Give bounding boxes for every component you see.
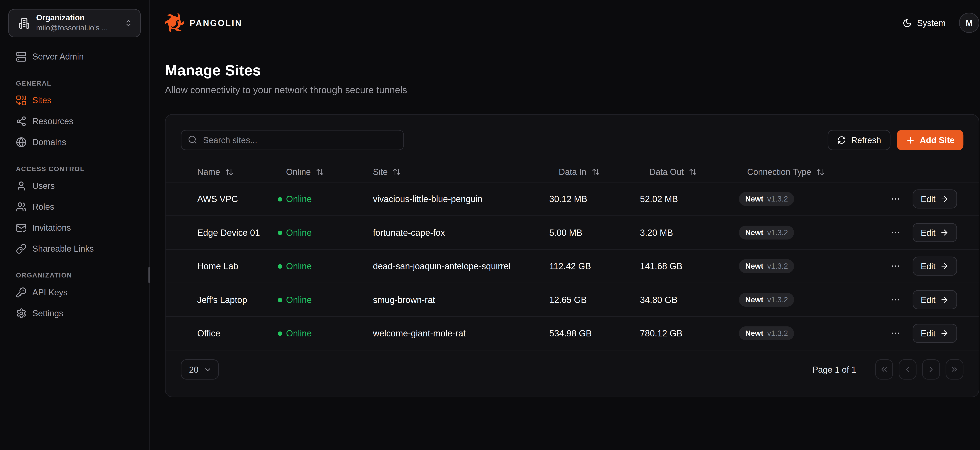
row-menu-button[interactable]: [889, 193, 902, 205]
app-root: Organization milo@fossorial.io's ... Ser…: [0, 0, 980, 450]
row-menu-button[interactable]: [889, 293, 902, 306]
theme-toggle[interactable]: System: [902, 18, 946, 28]
cell-data-out: 141.68 GB: [640, 261, 739, 271]
cell-data-in: 30.12 MB: [549, 194, 640, 204]
cell-data-out: 52.02 MB: [640, 194, 739, 204]
link-icon: [16, 243, 27, 254]
organization-selector[interactable]: Organization milo@fossorial.io's ...: [8, 9, 141, 37]
section-label-general: GENERAL: [16, 79, 142, 87]
sidebar-item-label: Shareable Links: [32, 244, 94, 254]
table-header-row: Name Online Site Data In Data Out Connec…: [165, 162, 978, 182]
row-menu-button[interactable]: [889, 327, 902, 340]
online-status-dot: [278, 331, 282, 336]
cell-data-in: 534.98 GB: [549, 328, 640, 338]
column-header-data-in[interactable]: Data In: [559, 167, 600, 177]
sidebar-item-shareable-links[interactable]: Shareable Links: [8, 238, 142, 259]
cell-online: Online: [278, 228, 373, 238]
online-status-dot: [278, 230, 282, 235]
column-header-data-out[interactable]: Data Out: [649, 167, 697, 177]
table-row: Edge Device 01 Online fortunate-cape-fox…: [165, 216, 978, 250]
cell-site: welcome-giant-mole-rat: [373, 328, 549, 338]
brand-name: PANGOLIN: [190, 18, 242, 28]
cell-site: fortunate-cape-fox: [373, 228, 549, 238]
organization-label: Organization: [36, 14, 118, 24]
sidebar-item-invitations[interactable]: Invitations: [8, 217, 142, 238]
sidebar-nav: Server Admin GENERAL Sites Resources Dom…: [0, 37, 149, 333]
edit-button[interactable]: Edit: [913, 190, 957, 209]
last-page-button[interactable]: [946, 359, 964, 380]
cell-actions: Edit: [853, 290, 957, 309]
column-header-connection-type[interactable]: Connection Type: [747, 167, 824, 177]
mail-check-icon: [16, 222, 27, 233]
cell-actions: Edit: [853, 190, 957, 209]
row-menu-button[interactable]: [889, 226, 902, 239]
sidebar-item-domains[interactable]: Domains: [8, 132, 142, 153]
previous-page-button[interactable]: [899, 359, 916, 380]
sidebar-item-resources[interactable]: Resources: [8, 111, 142, 132]
edit-button[interactable]: Edit: [913, 223, 957, 242]
avatar-initial: M: [966, 18, 972, 28]
cell-online: Online: [278, 194, 373, 204]
online-status-label: Online: [286, 295, 312, 305]
arrow-right-icon: [940, 195, 949, 203]
sidebar-item-label: Sites: [32, 96, 51, 105]
row-menu-button[interactable]: [889, 260, 902, 273]
refresh-icon: [837, 136, 846, 144]
users-icon: [16, 201, 27, 212]
search-input[interactable]: [181, 130, 404, 150]
version-label: v1.3.2: [767, 295, 788, 304]
next-page-button[interactable]: [922, 359, 940, 380]
sort-icon: [592, 168, 600, 176]
connection-type-badge: Newtv1.3.2: [739, 326, 794, 340]
refresh-button[interactable]: Refresh: [828, 130, 891, 150]
page-status: Page 1 of 1: [813, 364, 856, 374]
section-label-access-control: ACCESS CONTROL: [16, 165, 142, 172]
cell-data-in: 112.42 GB: [549, 261, 640, 271]
page-size-select[interactable]: 20: [181, 359, 219, 380]
sidebar-scrollbar-thumb[interactable]: [148, 267, 150, 283]
page-header: Manage Sites Allow connectivity to your …: [150, 46, 980, 95]
brand-link[interactable]: PANGOLIN: [165, 13, 242, 32]
arrow-right-icon: [940, 329, 949, 338]
arrow-right-icon: [940, 295, 949, 304]
sort-icon: [393, 168, 401, 176]
column-header-name[interactable]: Name: [197, 167, 233, 177]
plus-icon: [906, 135, 915, 145]
sidebar-item-sites[interactable]: Sites: [8, 90, 142, 111]
add-site-button[interactable]: Add Site: [897, 130, 963, 150]
connection-type-badge: Newtv1.3.2: [739, 226, 794, 239]
edit-button[interactable]: Edit: [913, 324, 957, 343]
cell-actions: Edit: [853, 257, 957, 276]
sidebar-item-users[interactable]: Users: [8, 176, 142, 196]
cell-data-in: 5.00 MB: [549, 228, 640, 238]
cell-site: smug-brown-rat: [373, 295, 549, 305]
gear-icon: [16, 308, 27, 319]
sidebar-item-settings[interactable]: Settings: [8, 303, 142, 324]
version-label: v1.3.2: [767, 195, 788, 203]
pangolin-logo: [165, 13, 184, 32]
version-label: v1.3.2: [767, 329, 788, 338]
theme-label: System: [917, 18, 946, 28]
sidebar-item-api-keys[interactable]: API Keys: [8, 282, 142, 303]
column-header-site[interactable]: Site: [373, 167, 401, 177]
cell-name: Home Lab: [197, 261, 278, 271]
sidebar-item-server-admin[interactable]: Server Admin: [8, 46, 142, 67]
combine-icon: [16, 95, 27, 106]
cell-data-out: 780.12 GB: [640, 328, 739, 338]
sites-card: Refresh Add Site Name Online Site Data I…: [165, 114, 979, 397]
organization-value: milo@fossorial.io's ...: [36, 23, 118, 33]
edit-button[interactable]: Edit: [913, 257, 957, 276]
sidebar-item-label: Settings: [32, 309, 63, 318]
version-label: v1.3.2: [767, 261, 788, 271]
sidebar-item-label: Invitations: [32, 223, 71, 233]
page-size-value: 20: [189, 364, 199, 374]
arrow-right-icon: [940, 261, 949, 271]
first-page-button[interactable]: [875, 359, 893, 380]
sidebar-item-label: Server Admin: [32, 52, 84, 62]
online-status-dot: [278, 298, 282, 302]
avatar[interactable]: M: [959, 13, 979, 33]
edit-button[interactable]: Edit: [913, 290, 957, 309]
column-header-online[interactable]: Online: [286, 167, 324, 177]
sidebar-item-roles[interactable]: Roles: [8, 196, 142, 217]
chevron-right-icon: [927, 365, 935, 374]
